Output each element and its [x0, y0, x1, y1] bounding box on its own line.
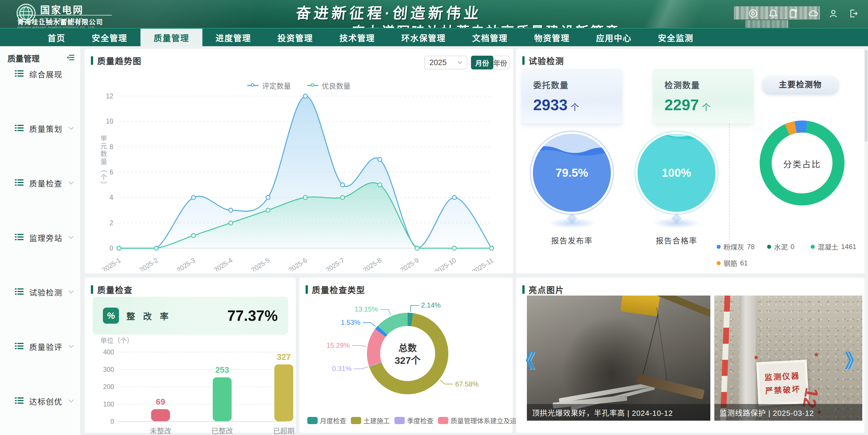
panel-accent-bar — [522, 56, 525, 65]
bar-已整改[interactable] — [213, 377, 231, 421]
svg-text:0.31%: 0.31% — [332, 365, 352, 372]
sidebar-item-label: 质量策划 — [29, 123, 62, 134]
stat-card-0: 委托数量2933个 — [522, 69, 622, 123]
sidebar-item-2[interactable]: 质量检查 — [0, 173, 81, 193]
bolt-art — [754, 356, 758, 359]
user-icon[interactable] — [827, 7, 839, 20]
svg-text:327个: 327个 — [395, 355, 421, 366]
nav-item-4[interactable]: 投资管理 — [264, 29, 326, 46]
legend-item-混凝土[interactable]: 混凝土1461 — [811, 241, 856, 252]
legend-item-土建施工[interactable]: 土建施工 — [351, 415, 390, 425]
nav-item-9[interactable]: 应用中心 — [583, 29, 645, 46]
list-icon — [15, 343, 24, 351]
svg-text:2.14%: 2.14% — [421, 301, 441, 309]
legend-item-季度检查[interactable]: 季度检查 — [395, 415, 433, 425]
stat-value: 2933个 — [533, 96, 622, 114]
gauge-reflection — [529, 214, 615, 237]
bar-未整改[interactable] — [151, 409, 170, 421]
svg-text:79.5%: 79.5% — [556, 167, 588, 179]
toggle-year-button[interactable]: 年份 — [491, 56, 509, 69]
legend-item-质量管理体系建立及运行[interactable]: 质量管理体系建立及运行 — [438, 415, 523, 425]
chevron-down-icon — [68, 126, 74, 131]
nav-item-10[interactable]: 安全监测 — [645, 29, 707, 46]
nav-item-8[interactable]: 物资管理 — [521, 29, 583, 46]
sidebar-item-1[interactable]: 质量策划 — [0, 118, 81, 139]
bar-value: 327 — [267, 352, 301, 362]
highlight-photo-2[interactable]: 监测仪器 严禁破坏 12 监测线路保护 | 2025-03-12 — [714, 295, 862, 420]
svg-text:0: 0 — [110, 244, 113, 252]
bolt-art — [815, 353, 818, 356]
sidebar-item-3[interactable]: 监理旁站 — [0, 228, 81, 248]
gridline — [118, 369, 287, 370]
classification-legend: 粉煤灰78水泥0混凝土1461钢筋61 — [717, 241, 860, 274]
sidebar-item-label: 质量检查 — [29, 178, 62, 189]
report-pass-gauge: 100% — [633, 130, 719, 216]
chevron-down-icon — [68, 235, 74, 240]
main-detection-pill[interactable]: 主要检测物 — [762, 75, 839, 93]
legend-item-月度检查[interactable]: 月度检查 — [307, 415, 346, 425]
y-tick: 400 — [100, 348, 114, 356]
nav-item-3[interactable]: 进度管理 — [203, 29, 264, 46]
stat-label: 检测数量 — [664, 79, 753, 91]
panel-accent-bar — [522, 285, 525, 294]
legend-item-粉煤灰[interactable]: 粉煤灰78 — [717, 241, 760, 252]
list-icon — [15, 288, 24, 296]
svg-text:2025-10: 2025-10 — [433, 256, 458, 271]
gauge-label: 报告合格率 — [633, 235, 719, 246]
bar-value: 69 — [143, 397, 178, 407]
chevron-down-icon — [68, 290, 74, 295]
photo-caption: 顶拱光爆效果好，半孔率高 | 2024-10-12 — [527, 404, 710, 420]
logout-icon[interactable] — [847, 7, 859, 20]
panel-quality-check: 质量检查 % 整 改 率 77.37% 单位（个） 40030020010006… — [85, 278, 296, 433]
bar-label: 未整改 — [137, 425, 183, 435]
scrollbar-thumb[interactable] — [865, 50, 867, 142]
panel-highlight-photos: 亮点图片 顶拱光爆效果好，半孔率高 | 2024-10-12 监测仪器 严禁破坏… — [516, 278, 865, 433]
nav-item-2[interactable]: 质量管理 — [141, 29, 203, 46]
sidebar-item-label: 质量验评 — [29, 341, 62, 352]
sidebar-item-5[interactable]: 质量验评 — [0, 337, 81, 357]
svg-text:2025-6: 2025-6 — [287, 256, 308, 271]
carousel-next-icon[interactable]: 》 — [845, 346, 863, 372]
nav-item-0[interactable]: 首页 — [34, 29, 79, 46]
bar-label: 已整改 — [199, 425, 245, 435]
nav-item-1[interactable]: 安全管理 — [79, 29, 141, 46]
percent-icon: % — [103, 308, 119, 324]
list-icon — [15, 70, 24, 78]
sidebar-title: 质量管理 — [7, 53, 39, 64]
sidebar-item-4[interactable]: 试验检测 — [0, 282, 81, 302]
nav-item-6[interactable]: 环水保管理 — [388, 29, 459, 46]
sidebar-collapse-icon[interactable] — [67, 54, 75, 62]
help-icon[interactable] — [747, 7, 759, 20]
list-icon — [15, 179, 24, 187]
scrollbar[interactable] — [865, 49, 867, 430]
svg-text:10: 10 — [106, 118, 113, 125]
gauge-label: 报告发布率 — [529, 235, 615, 246]
sidebar-item-label: 达标创优 — [29, 396, 62, 407]
sidebar-item-6[interactable]: 达标创优 — [0, 391, 81, 411]
svg-text:8: 8 — [110, 143, 113, 151]
bar-已超期[interactable] — [274, 365, 293, 421]
sidebar-item-label: 综合展现 — [29, 68, 62, 80]
stat-card-1: 检测数量2297个 — [653, 69, 753, 123]
nav-item-7[interactable]: 文档管理 — [459, 29, 521, 46]
sidebar: 质量管理 综合展现质量策划质量检查监理旁站试验检测质量验评达标创优 — [0, 46, 81, 435]
highlight-photo-1[interactable]: 顶拱光爆效果好，半孔率高 | 2024-10-12 — [527, 295, 710, 420]
carousel-prev-icon[interactable]: 《 — [517, 346, 535, 372]
svg-text:1.53%: 1.53% — [341, 319, 360, 326]
cable-art — [656, 307, 667, 381]
legend-item-钢筋[interactable]: 钢筋61 — [717, 258, 753, 268]
clipboard-icon[interactable] — [787, 7, 799, 20]
year-select[interactable]: 2025 — [424, 56, 467, 69]
toggle-month-button[interactable]: 月份 — [471, 56, 493, 69]
bell-icon[interactable] — [767, 7, 779, 20]
cloud-icon[interactable] — [807, 7, 819, 20]
legend-item-水泥[interactable]: 水泥0 — [767, 241, 803, 252]
dashed-divider — [729, 123, 730, 258]
chevron-down-icon — [68, 399, 74, 404]
bar-value: 253 — [205, 365, 239, 375]
panel-title: 试验检测 — [529, 55, 564, 66]
panel-check-types: 质量检查类型 2.14%67.58%0.31%15.29%1.53%13.15%… — [299, 278, 513, 433]
check-type-legend: 月度检查土建施工季度检查质量管理体系建立及运行标准工艺◀1/2▶ — [307, 415, 505, 425]
nav-item-5[interactable]: 技术管理 — [326, 29, 388, 46]
sidebar-item-0[interactable]: 综合展现 — [0, 64, 81, 84]
